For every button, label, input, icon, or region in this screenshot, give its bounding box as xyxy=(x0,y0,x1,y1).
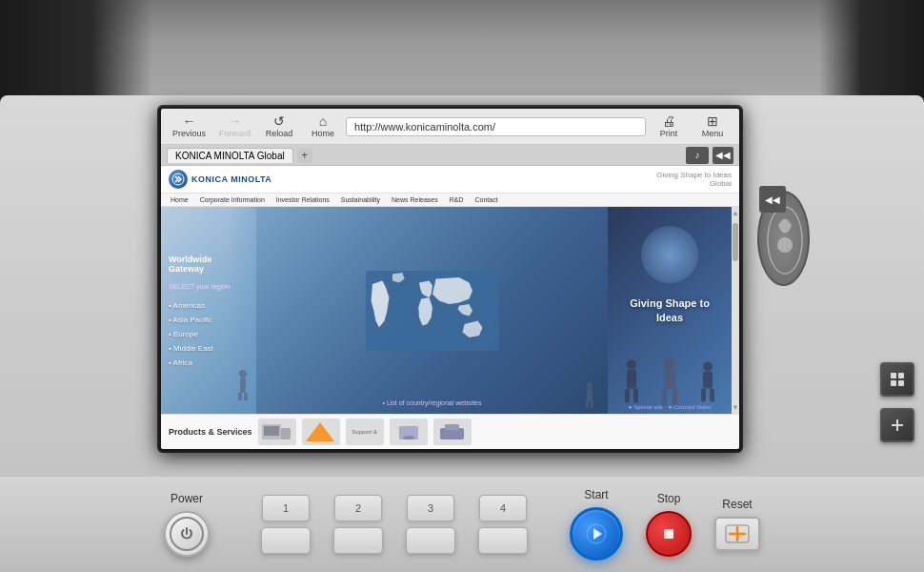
hardware-buttons xyxy=(880,362,914,442)
forward-icon: → xyxy=(229,114,242,128)
svg-rect-21 xyxy=(664,367,675,388)
tab-item[interactable]: KONICA MINOLTA Global xyxy=(167,148,293,163)
region-africa[interactable]: • Africa xyxy=(169,358,249,367)
km-nav: Home Corporate Information Investor Rela… xyxy=(161,194,739,207)
km-logo-text: KONICA MINOLTA xyxy=(191,174,271,184)
concept-video-link[interactable]: ● Concept Video xyxy=(669,404,712,410)
stop-button[interactable] xyxy=(646,511,692,557)
forward-label: Forward xyxy=(219,129,251,138)
km-nav-home[interactable]: Home xyxy=(169,195,191,204)
km-nav-rd[interactable]: R&D xyxy=(448,195,466,204)
scroll-down-btn[interactable]: ▼ xyxy=(732,401,739,414)
print-button[interactable]: 🖨 Print xyxy=(648,112,690,140)
products-title: Products & Services xyxy=(169,427,252,437)
power-button[interactable] xyxy=(164,511,210,557)
km-nav-corp[interactable]: Corporate Information xyxy=(198,195,267,204)
screen-container: ← Previous → Forward ↺ Reload ⌂ Home 🖨 xyxy=(157,105,743,453)
menu-label: Menu xyxy=(702,129,724,138)
forward-button[interactable]: → Forward xyxy=(213,112,256,140)
svg-rect-5 xyxy=(898,380,904,386)
scroll-thumb[interactable] xyxy=(733,223,738,261)
product-thumb-5[interactable] xyxy=(433,419,472,445)
hero-light-effect xyxy=(641,226,698,283)
svg-rect-27 xyxy=(710,388,714,401)
km-logo: KONICA MINOLTA xyxy=(169,170,271,189)
map-link-text[interactable]: • List of country/regional websites xyxy=(382,399,481,406)
home-icon: ⌂ xyxy=(319,114,327,128)
svg-point-16 xyxy=(627,359,636,369)
km-nav-investor[interactable]: Investor Relations xyxy=(274,195,331,204)
num-btn-4-label: 4 xyxy=(500,502,506,514)
menu-icon: ⊞ xyxy=(707,114,718,128)
side-panel-btns: ◀◀ xyxy=(759,186,786,213)
power-label: Power xyxy=(171,492,203,505)
start-button[interactable] xyxy=(570,507,623,561)
reload-button[interactable]: ↺ Reload xyxy=(258,112,300,140)
side-btn-1[interactable]: ◀◀ xyxy=(759,186,786,213)
product-thumb-3[interactable]: Support & xyxy=(346,419,384,445)
svg-rect-4 xyxy=(891,380,896,386)
print-icon: 🖨 xyxy=(662,114,675,128)
km-regional: Global xyxy=(656,179,732,188)
km-nav-news[interactable]: News Releases xyxy=(390,195,440,204)
menu-button[interactable]: ⊞ Menu xyxy=(692,112,733,140)
special-site-link[interactable]: ● Special site xyxy=(629,404,663,410)
product-thumb-1[interactable] xyxy=(258,419,296,445)
website-content: KONICA MINOLTA Giving Shape to Ideas Glo… xyxy=(161,166,739,449)
km-tagline: Giving Shape to Ideas xyxy=(656,171,732,179)
hero-right-text: Giving Shape to Ideas xyxy=(615,296,724,324)
power-icon xyxy=(178,525,195,542)
scroll-bar: ▲ ▼ xyxy=(732,207,739,414)
svg-rect-3 xyxy=(898,373,904,378)
hw-button-1[interactable] xyxy=(880,362,914,397)
num-btn-2[interactable]: 2 xyxy=(334,495,382,521)
hw-button-2[interactable] xyxy=(880,408,914,442)
region-europe[interactable]: • Europe xyxy=(169,330,249,338)
url-bar[interactable] xyxy=(346,117,646,136)
num-btn-4[interactable]: 4 xyxy=(479,495,527,521)
reload-label: Reload xyxy=(266,129,293,138)
back-label: Previous xyxy=(172,129,206,138)
num-btn-1-label: 1 xyxy=(283,502,289,514)
web-main: KONICA MINOLTA Giving Shape to Ideas Glo… xyxy=(161,166,739,449)
reset-button[interactable] xyxy=(714,517,760,551)
back-icon: ← xyxy=(183,114,196,128)
svg-rect-22 xyxy=(662,388,667,405)
btn1-rect[interactable] xyxy=(261,527,311,554)
home-button[interactable]: ⌂ Home xyxy=(302,112,344,140)
svg-point-1 xyxy=(777,237,793,253)
region-asia[interactable]: • Asia Pacific xyxy=(169,316,249,324)
svg-rect-23 xyxy=(673,388,677,405)
scroll-back-button[interactable]: ◀◀ xyxy=(713,147,733,164)
reset-group: Reset xyxy=(703,498,772,551)
btn4-rect[interactable] xyxy=(478,527,528,554)
num-btn-1[interactable]: 1 xyxy=(262,495,310,521)
region-middle-east[interactable]: • Middle East xyxy=(169,344,249,353)
svg-rect-30 xyxy=(281,428,291,439)
volume-button[interactable]: ♪ xyxy=(686,147,709,164)
num-btn-3[interactable]: 3 xyxy=(407,495,454,521)
new-tab-button[interactable]: + xyxy=(297,148,312,163)
screen-inner: ← Previous → Forward ↺ Reload ⌂ Home 🖨 xyxy=(161,109,739,449)
svg-rect-35 xyxy=(445,424,459,430)
control-panel: Power 1 2 xyxy=(0,477,924,572)
km-nav-contact[interactable]: Contact xyxy=(472,195,499,204)
product-thumb-4[interactable] xyxy=(390,419,428,445)
num-btn-3-label: 3 xyxy=(428,502,433,514)
back-button[interactable]: ← Previous xyxy=(167,112,211,140)
product-thumb-2[interactable] xyxy=(302,419,340,445)
svg-rect-10 xyxy=(244,393,248,400)
region-americas[interactable]: • Americas xyxy=(169,301,249,310)
svg-rect-29 xyxy=(264,426,279,436)
svg-rect-13 xyxy=(587,388,593,401)
svg-rect-9 xyxy=(238,393,242,400)
btn2-rect[interactable] xyxy=(333,527,383,554)
km-nav-sustain[interactable]: Sustainability xyxy=(339,195,382,204)
svg-rect-8 xyxy=(240,378,246,393)
power-btn-inner xyxy=(170,517,204,551)
km-tagline-area: Giving Shape to Ideas Global xyxy=(656,171,732,188)
start-group: Start xyxy=(558,488,634,561)
scroll-up-btn[interactable]: ▲ xyxy=(732,207,739,219)
btn3-rect[interactable] xyxy=(406,527,455,554)
hero-map: • List of country/regional websites xyxy=(256,207,608,414)
